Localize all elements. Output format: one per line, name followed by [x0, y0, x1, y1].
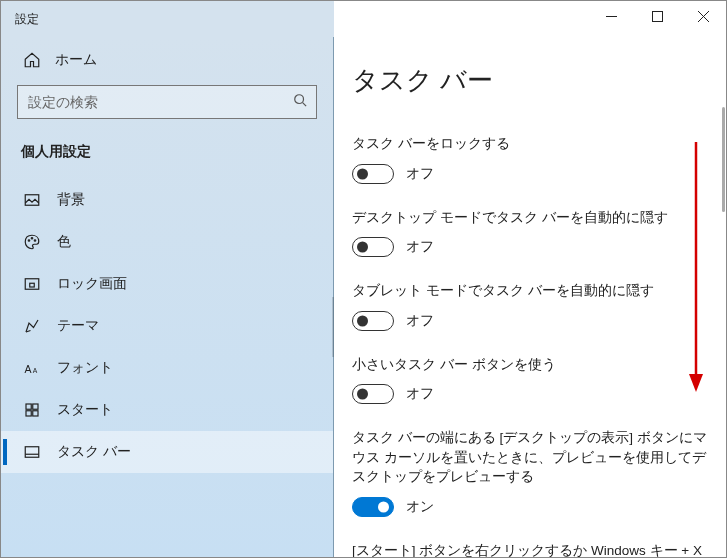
- toggle-knob: [357, 168, 368, 179]
- toggle-state-label: オフ: [406, 165, 434, 183]
- home-icon: [23, 51, 41, 69]
- sidebar-item-label: スタート: [57, 401, 113, 419]
- toggle-knob: [357, 315, 368, 326]
- sidebar: ホーム 個人用設定 背景: [1, 37, 334, 557]
- toggle-switch[interactable]: [352, 311, 394, 331]
- lockscreen-icon: [23, 275, 41, 293]
- titlebar: 設定: [1, 1, 726, 37]
- home-label: ホーム: [55, 51, 97, 69]
- toggle-row: オフ: [352, 237, 707, 257]
- setting-label: 小さいタスク バー ボタンを使う: [352, 355, 707, 375]
- body: ホーム 個人用設定 背景: [1, 37, 726, 557]
- image-icon: [23, 191, 41, 209]
- toggle-state-label: オフ: [406, 238, 434, 256]
- window-title: 設定: [15, 11, 39, 28]
- svg-rect-10: [25, 279, 39, 290]
- sidebar-item-label: テーマ: [57, 317, 99, 335]
- search-input[interactable]: [17, 85, 317, 119]
- sidebar-item-lockscreen[interactable]: ロック画面: [1, 263, 333, 305]
- svg-text:A: A: [25, 363, 32, 375]
- toggle-row: オフ: [352, 384, 707, 404]
- svg-point-8: [31, 238, 33, 240]
- sidebar-item-label: 背景: [57, 191, 85, 209]
- maximize-button[interactable]: [634, 1, 680, 31]
- search-wrap: [17, 85, 317, 119]
- toggle-knob: [357, 242, 368, 253]
- svg-rect-18: [25, 447, 39, 458]
- scrollbar[interactable]: [720, 37, 726, 557]
- svg-rect-1: [652, 11, 662, 21]
- toggle-row: オフ: [352, 311, 707, 331]
- svg-rect-16: [26, 411, 31, 416]
- sidebar-item-label: 色: [57, 233, 71, 251]
- toggle-state-label: オン: [406, 498, 434, 516]
- toggle-state-label: オフ: [406, 385, 434, 403]
- toggle-state-label: オフ: [406, 312, 434, 330]
- truncated-text: [スタート] ボタンを右クリックするか Windows キー + X キ: [352, 541, 707, 557]
- svg-rect-14: [26, 404, 31, 409]
- svg-point-7: [28, 240, 30, 242]
- sidebar-item-themes[interactable]: テーマ: [1, 305, 333, 347]
- sidebar-item-label: ロック画面: [57, 275, 127, 293]
- minimize-button[interactable]: [588, 1, 634, 31]
- svg-rect-6: [25, 195, 39, 206]
- nav-list: 背景 色 ロック画面: [1, 179, 333, 473]
- setting-label: デスクトップ モードでタスク バーを自動的に隠す: [352, 208, 707, 228]
- sidebar-item-label: タスク バー: [57, 443, 131, 461]
- section-header: 個人用設定: [1, 131, 333, 171]
- toggle-row: オフ: [352, 164, 707, 184]
- svg-point-4: [295, 95, 304, 104]
- setting-group: タブレット モードでタスク バーを自動的に隠すオフ: [352, 281, 707, 331]
- toggle-switch[interactable]: [352, 497, 394, 517]
- setting-group: タスク バーをロックするオフ: [352, 134, 707, 184]
- setting-label: タスク バーをロックする: [352, 134, 707, 154]
- toggle-switch[interactable]: [352, 384, 394, 404]
- start-icon: [23, 401, 41, 419]
- toggle-switch[interactable]: [352, 164, 394, 184]
- svg-point-9: [34, 240, 36, 242]
- window-controls: [588, 1, 726, 31]
- svg-rect-17: [33, 411, 38, 416]
- close-button[interactable]: [680, 1, 726, 31]
- taskbar-icon: [23, 443, 41, 461]
- main-content: タスク バー タスク バーをロックするオフデスクトップ モードでタスク バーを自…: [334, 37, 726, 557]
- svg-rect-15: [33, 404, 38, 409]
- sidebar-item-taskbar[interactable]: タスク バー: [1, 431, 333, 473]
- sidebar-item-start[interactable]: スタート: [1, 389, 333, 431]
- setting-group: 小さいタスク バー ボタンを使うオフ: [352, 355, 707, 405]
- sidebar-item-fonts[interactable]: AA フォント: [1, 347, 333, 389]
- svg-rect-11: [30, 283, 35, 287]
- search-icon: [293, 93, 307, 111]
- sidebar-item-background[interactable]: 背景: [1, 179, 333, 221]
- page-title: タスク バー: [352, 63, 726, 98]
- theme-icon: [23, 317, 41, 335]
- toggle-knob: [378, 501, 389, 512]
- toggle-row: オン: [352, 497, 707, 517]
- font-icon: AA: [23, 359, 41, 377]
- setting-label: タブレット モードでタスク バーを自動的に隠す: [352, 281, 707, 301]
- palette-icon: [23, 233, 41, 251]
- toggle-knob: [357, 389, 368, 400]
- svg-text:A: A: [33, 367, 38, 374]
- setting-group: タスク バーの端にある [デスクトップの表示] ボタンにマウス カーソルを置いた…: [352, 428, 707, 517]
- toggle-switch[interactable]: [352, 237, 394, 257]
- home-button[interactable]: ホーム: [1, 43, 333, 79]
- sidebar-item-label: フォント: [57, 359, 113, 377]
- setting-label: タスク バーの端にある [デスクトップの表示] ボタンにマウス カーソルを置いた…: [352, 428, 707, 487]
- scrollbar-thumb[interactable]: [722, 107, 725, 212]
- svg-line-5: [303, 103, 307, 107]
- setting-group: デスクトップ モードでタスク バーを自動的に隠すオフ: [352, 208, 707, 258]
- settings-window: 設定 ホーム: [0, 0, 727, 558]
- sidebar-item-colors[interactable]: 色: [1, 221, 333, 263]
